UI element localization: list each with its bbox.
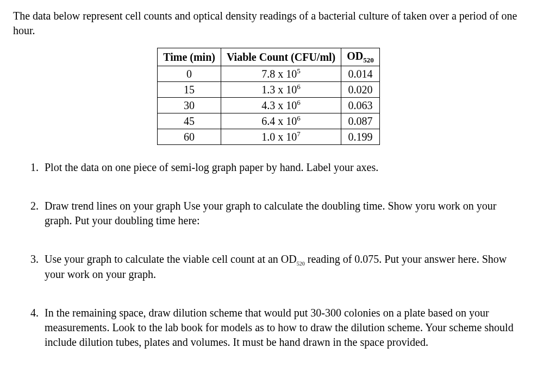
table-row: 30 4.3 x 106 0.063 — [158, 97, 380, 113]
header-od: OD520 — [341, 48, 380, 66]
count-exp: 6 — [297, 98, 301, 106]
question-4: In the remaining space, draw dilution sc… — [41, 306, 524, 350]
header-time: Time (min) — [158, 48, 221, 66]
header-od-sub: 520 — [363, 56, 374, 64]
count-base: 7.8 x 10 — [261, 68, 297, 80]
table-row: 15 1.3 x 106 0.020 — [158, 81, 380, 97]
question-3: Use your graph to calculate the viable c… — [41, 252, 524, 282]
data-table: Time (min) Viable Count (CFU/ml) OD520 0… — [157, 48, 380, 145]
cell-count: 1.0 x 107 — [221, 129, 341, 144]
question-list: Plot the data on one piece of semi-log g… — [13, 160, 524, 350]
cell-count: 6.4 x 106 — [221, 113, 341, 129]
count-exp: 7 — [297, 130, 301, 138]
header-count: Viable Count (CFU/ml) — [221, 48, 341, 66]
q3-subscript: 520 — [297, 261, 305, 267]
count-base: 6.4 x 10 — [261, 115, 297, 127]
cell-count: 1.3 x 106 — [221, 81, 341, 97]
table-row: 60 1.0 x 107 0.199 — [158, 129, 380, 144]
table-row: 0 7.8 x 105 0.014 — [158, 66, 380, 81]
question-1: Plot the data on one piece of semi-log g… — [41, 160, 524, 175]
cell-od: 0.087 — [341, 113, 380, 129]
count-base: 1.0 x 10 — [261, 131, 297, 143]
count-exp: 5 — [297, 67, 301, 75]
cell-time: 60 — [158, 129, 221, 144]
cell-time: 15 — [158, 81, 221, 97]
question-2: Draw trend lines on your graph Use your … — [41, 199, 524, 228]
count-exp: 6 — [297, 83, 301, 91]
cell-time: 0 — [158, 66, 221, 81]
table-header-row: Time (min) Viable Count (CFU/ml) OD520 — [158, 48, 380, 66]
q3-part-a: Use your graph to calculate the viable c… — [45, 253, 297, 265]
table-row: 45 6.4 x 106 0.087 — [158, 113, 380, 129]
intro-paragraph: The data below represent cell counts and… — [13, 9, 524, 38]
cell-od: 0.199 — [341, 129, 380, 144]
cell-od: 0.063 — [341, 97, 380, 113]
cell-od: 0.020 — [341, 81, 380, 97]
cell-time: 45 — [158, 113, 221, 129]
cell-od: 0.014 — [341, 66, 380, 81]
cell-count: 4.3 x 106 — [221, 97, 341, 113]
count-base: 4.3 x 10 — [261, 99, 297, 111]
count-exp: 6 — [297, 114, 301, 122]
header-od-prefix: OD — [347, 50, 363, 62]
cell-count: 7.8 x 105 — [221, 66, 341, 81]
count-base: 1.3 x 10 — [261, 84, 297, 96]
cell-time: 30 — [158, 97, 221, 113]
